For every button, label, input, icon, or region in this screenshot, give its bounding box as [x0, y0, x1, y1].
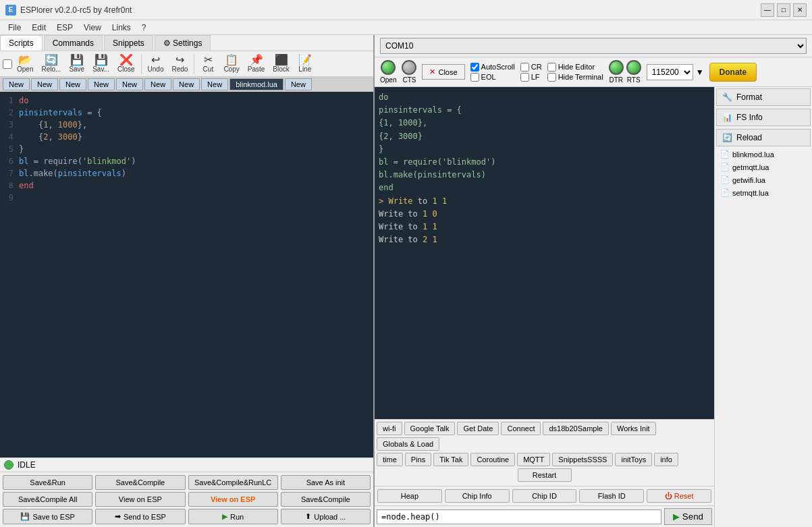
file-tab-new-6[interactable]: New [144, 78, 171, 90]
hide-editor-label[interactable]: Hide Editor [547, 63, 603, 72]
menu-view[interactable]: View [78, 22, 107, 34]
fs-info-button[interactable]: 📊 FS Info [716, 109, 811, 126]
rts-led-button[interactable]: RTS [626, 60, 641, 84]
view-esp-button-2[interactable]: View on ESP [188, 492, 278, 507]
cr-checkbox[interactable] [520, 63, 529, 72]
cmd-tik-tak[interactable]: Tik Tak [433, 453, 468, 466]
file-tab-new-7[interactable]: New [173, 78, 200, 90]
cmd-coroutine[interactable]: Coroutine [470, 453, 515, 466]
format-button[interactable]: 🔧 Format [716, 88, 811, 106]
code-editor[interactable]: 1 2 3 4 5 6 7 8 9 do pinsintervals = { {… [0, 92, 373, 457]
lf-label[interactable]: LF [520, 73, 542, 82]
autoscroll-label[interactable]: AutoScroll [470, 63, 515, 72]
terminal[interactable]: do pinsintervals = { {1, 1000}, {2, 3000… [375, 87, 714, 419]
close-file-button[interactable]: ❌ Close [114, 53, 138, 75]
close-button[interactable]: ✕ [793, 3, 807, 17]
file-tab-new-10[interactable]: New [285, 78, 312, 90]
file-tab-new-2[interactable]: New [31, 78, 58, 90]
run-button[interactable]: ▶ Run [188, 509, 278, 524]
com-port-select[interactable]: COM10 [380, 38, 807, 54]
cmd-works-init[interactable]: Works Init [611, 422, 656, 435]
file-tab-new-5[interactable]: New [116, 78, 143, 90]
reset-button[interactable]: ⏻ Reset [647, 489, 711, 503]
open-led-button[interactable]: Open [380, 60, 396, 84]
save-to-esp-button[interactable]: 💾 Save to ESP [3, 509, 92, 524]
file-getwifi[interactable]: 📄 getwifi.lua [715, 173, 812, 186]
file-tab-new-4[interactable]: New [88, 78, 115, 90]
file-setmqtt[interactable]: 📄 setmqtt.lua [715, 186, 812, 199]
undo-button[interactable]: ↩ Undo [144, 53, 167, 75]
cmd-info[interactable]: info [654, 453, 678, 466]
view-esp-button-1[interactable]: View on ESP [95, 492, 185, 507]
donate-button[interactable]: Donate [709, 63, 757, 82]
cut-button[interactable]: ✂ Cut [197, 53, 219, 75]
cmd-wifi[interactable]: wi-fi [377, 422, 402, 435]
cts-led-button[interactable]: CTS [402, 60, 416, 84]
cr-label[interactable]: CR [520, 63, 542, 72]
dtr-led-button[interactable]: DTR [609, 60, 624, 84]
baud-rate-select[interactable]: 115200 9600 19200 38400 57600 230400 [647, 64, 693, 80]
minimize-button[interactable]: — [761, 3, 774, 17]
hide-terminal-label[interactable]: Hide Terminal [547, 73, 603, 82]
tab-settings[interactable]: ⚙ Settings [155, 35, 211, 51]
cmd-ds18b20[interactable]: ds18b20Sample [543, 422, 609, 435]
hide-terminal-checkbox[interactable] [547, 73, 556, 82]
save-compile-button-2[interactable]: Save&Compile [281, 492, 371, 507]
menu-links[interactable]: Links [107, 22, 136, 34]
terminal-input[interactable] [377, 509, 661, 524]
save-as-init-button[interactable]: Save As init [281, 475, 371, 490]
send-button[interactable]: ▶ Send [664, 508, 712, 525]
reload-button[interactable]: 🔄 Relo... [38, 53, 64, 75]
close-connection-button[interactable]: ✕ Close [422, 64, 464, 80]
chip-info-button[interactable]: Chip Info [445, 489, 510, 503]
cmd-time[interactable]: time [377, 453, 403, 466]
flash-id-button[interactable]: Flash ID [579, 489, 644, 503]
redo-button[interactable]: ↪ Redo [168, 53, 191, 75]
eol-checkbox[interactable] [470, 73, 479, 82]
upload-button[interactable]: ⬆ Upload ... [281, 509, 371, 524]
cmd-get-date[interactable]: Get Date [457, 422, 499, 435]
cmd-mqtt[interactable]: MQTT [517, 453, 550, 466]
cmd-connect[interactable]: Connect [501, 422, 541, 435]
save-compile-button[interactable]: Save&Compile [95, 475, 185, 490]
menu-help[interactable]: ? [136, 22, 152, 34]
block-button[interactable]: ⬛ Block [269, 53, 292, 75]
cmd-globals-load[interactable]: Globals & Load [377, 437, 439, 451]
cmd-snippets[interactable]: SnippetsSSSS [552, 453, 613, 466]
open-button[interactable]: 📂 Open [13, 53, 36, 75]
eol-label[interactable]: EOL [470, 73, 515, 82]
cmd-restart[interactable]: Restart [518, 468, 572, 482]
menu-file[interactable]: File [3, 22, 26, 34]
heap-button[interactable]: Heap [377, 489, 442, 503]
cmd-pins[interactable]: Pins [405, 453, 431, 466]
save-compile-all-button[interactable]: Save&Compile All [3, 492, 92, 507]
autoscroll-checkbox[interactable] [470, 63, 479, 72]
saveas-button[interactable]: 💾 Sav... [89, 53, 113, 75]
menu-esp[interactable]: ESP [51, 22, 78, 34]
file-tab-new-1[interactable]: New [3, 78, 30, 90]
line-button[interactable]: 📝 Line [294, 53, 316, 75]
code-content[interactable]: do pinsintervals = { {1, 1000}, {2, 3000… [19, 94, 371, 455]
tab-commands[interactable]: Commands [44, 35, 103, 51]
reload-sidebar-button[interactable]: 🔄 Reload [716, 129, 811, 146]
maximize-button[interactable]: □ [777, 3, 790, 17]
file-tab-blinkmod[interactable]: blinkmod.lua [229, 78, 283, 90]
copy-button[interactable]: 📋 Copy [220, 53, 242, 75]
file-tab-new-8[interactable]: New [201, 78, 228, 90]
save-compile-run-button[interactable]: Save&Compile&RunLC [188, 475, 278, 490]
cmd-google-talk[interactable]: Google Talk [404, 422, 456, 435]
file-tab-new-3[interactable]: New [59, 78, 86, 90]
lf-checkbox[interactable] [520, 73, 529, 82]
file-blinkmod[interactable]: 📄 blinkmod.lua [715, 148, 812, 161]
file-getmqtt[interactable]: 📄 getmqtt.lua [715, 161, 812, 173]
select-all-checkbox[interactable] [3, 59, 12, 69]
tab-scripts[interactable]: Scripts [0, 35, 43, 51]
paste-button[interactable]: 📌 Paste [244, 53, 269, 75]
cmd-inittoys[interactable]: initToys [615, 453, 652, 466]
chip-id-button[interactable]: Chip ID [512, 489, 577, 503]
hide-editor-checkbox[interactable] [547, 63, 556, 72]
save-button[interactable]: 💾 Save [65, 53, 88, 75]
tab-snippets[interactable]: Snippets [104, 35, 153, 51]
save-run-button[interactable]: Save&Run [3, 475, 92, 490]
send-to-esp-button[interactable]: ➡ Send to ESP [95, 509, 185, 524]
